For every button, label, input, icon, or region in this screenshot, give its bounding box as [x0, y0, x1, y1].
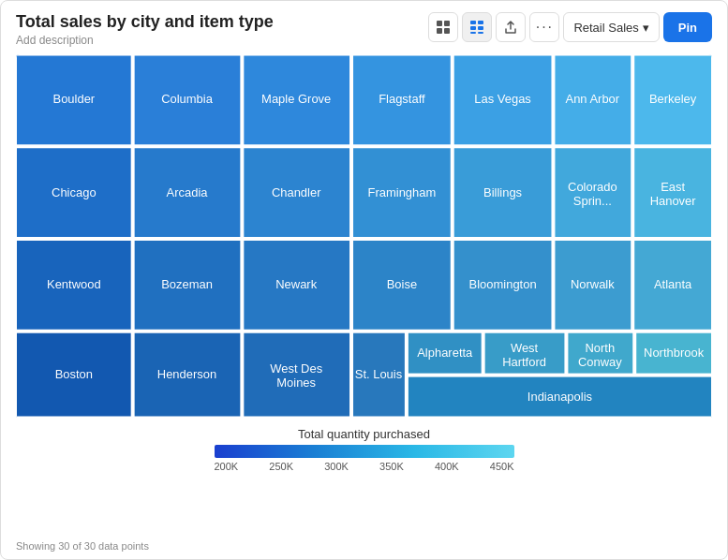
cell-boulder[interactable]: Boulder — [16, 55, 132, 146]
chart-view-button[interactable] — [462, 12, 492, 42]
legend-label-350k: 350K — [379, 461, 404, 472]
retail-sales-button[interactable]: Retail Sales ▾ — [563, 12, 659, 42]
svg-rect-22 — [633, 55, 712, 146]
svg-rect-24 — [16, 147, 132, 238]
cell-east-hanover[interactable]: East Hanover — [633, 147, 712, 238]
legend: Total quantity purchased 200K 250K 300K … — [16, 427, 712, 472]
svg-rect-20 — [554, 55, 631, 146]
svg-rect-8 — [470, 32, 476, 34]
svg-rect-42 — [134, 240, 242, 331]
svg-rect-26 — [134, 147, 242, 238]
svg-rect-4 — [470, 21, 476, 24]
svg-rect-46 — [352, 240, 452, 331]
footer-text: Showing 30 of 30 data points — [16, 540, 149, 552]
title-section: Total sales by city and item type Add de… — [16, 12, 274, 47]
main-container: Total sales by city and item type Add de… — [0, 0, 728, 560]
svg-rect-16 — [352, 55, 452, 146]
svg-rect-73 — [408, 376, 712, 418]
cell-alpharetta[interactable]: Alpharetta — [408, 332, 483, 375]
cell-atlanta[interactable]: Atlanta — [633, 240, 712, 331]
svg-rect-28 — [243, 147, 350, 238]
chevron-down-icon: ▾ — [643, 21, 649, 35]
svg-rect-48 — [453, 240, 553, 331]
svg-rect-63 — [408, 332, 483, 375]
share-button[interactable] — [496, 12, 526, 42]
cell-boise[interactable]: Boise — [352, 240, 452, 331]
legend-label-200k: 200K — [215, 461, 239, 472]
chart-icon — [469, 20, 484, 35]
svg-rect-30 — [352, 147, 452, 238]
cell-norwalk[interactable]: Norwalk — [554, 240, 631, 331]
svg-rect-2 — [437, 28, 442, 34]
page-title: Total sales by city and item type — [16, 12, 274, 32]
toolbar: ··· Retail Sales ▾ Pin — [428, 12, 712, 42]
cell-bozeman[interactable]: Bozeman — [134, 240, 242, 331]
svg-rect-7 — [478, 26, 483, 30]
legend-label-300k: 300K — [324, 461, 349, 472]
svg-rect-3 — [444, 28, 450, 34]
cell-west-hartford[interactable]: West Hartford — [484, 332, 566, 375]
svg-rect-9 — [478, 32, 483, 34]
svg-rect-50 — [554, 240, 631, 331]
svg-rect-44 — [243, 240, 350, 331]
svg-rect-56 — [134, 332, 242, 418]
legend-bar-container — [215, 445, 514, 458]
chart-area: Boulder Columbia Maple Grove Flagstaff L… — [16, 54, 712, 535]
table-icon — [436, 20, 451, 35]
svg-rect-6 — [470, 26, 476, 30]
svg-rect-1 — [444, 21, 450, 26]
cell-berkeley[interactable]: Berkeley — [633, 55, 712, 146]
legend-label-250k: 250K — [269, 461, 293, 472]
retail-sales-label: Retail Sales — [573, 21, 638, 35]
cell-chandler[interactable]: Chandler — [243, 147, 350, 238]
svg-rect-58 — [243, 332, 350, 418]
cell-billings[interactable]: Billings — [453, 147, 553, 238]
legend-labels: 200K 250K 300K 350K 400K 450K — [215, 461, 514, 472]
header: Total sales by city and item type Add de… — [16, 12, 712, 47]
page-subtitle: Add description — [16, 34, 274, 47]
cell-boston[interactable]: Boston — [16, 332, 132, 418]
cell-columbia[interactable]: Columbia — [134, 55, 242, 146]
share-icon — [503, 20, 518, 35]
cell-flagstaff[interactable]: Flagstaff — [352, 55, 452, 146]
footer: Showing 30 of 30 data points — [16, 540, 712, 552]
svg-rect-61 — [352, 332, 406, 418]
table-view-button[interactable] — [428, 12, 458, 42]
svg-rect-12 — [134, 55, 242, 146]
svg-rect-54 — [16, 332, 132, 418]
svg-rect-5 — [478, 21, 483, 24]
svg-rect-34 — [554, 147, 631, 238]
cell-northbrook[interactable]: Northbrook — [635, 332, 712, 375]
cell-west-des-moines[interactable]: West Des Moines — [243, 332, 350, 418]
treemap: Boulder Columbia Maple Grove Flagstaff L… — [16, 54, 712, 420]
svg-rect-68 — [567, 332, 633, 375]
svg-rect-10 — [16, 55, 132, 146]
cell-framingham[interactable]: Framingham — [352, 147, 452, 238]
cell-chicago[interactable]: Chicago — [16, 147, 132, 238]
cell-henderson[interactable]: Henderson — [134, 332, 242, 418]
more-icon: ··· — [536, 19, 554, 36]
cell-maple-grove[interactable]: Maple Grove — [243, 55, 350, 146]
cell-ann-arbor[interactable]: Ann Arbor — [554, 55, 631, 146]
cell-bloomington[interactable]: Bloomington — [453, 240, 553, 331]
cell-st-louis[interactable]: St. Louis — [352, 332, 406, 418]
svg-rect-0 — [437, 21, 442, 26]
svg-rect-14 — [243, 55, 350, 146]
legend-label-450k: 450K — [490, 461, 514, 472]
cell-kentwood[interactable]: Kentwood — [16, 240, 132, 331]
cell-arcadia[interactable]: Arcadia — [134, 147, 242, 238]
svg-rect-18 — [453, 55, 553, 146]
svg-rect-71 — [635, 332, 712, 375]
svg-rect-37 — [633, 147, 712, 238]
cell-newark[interactable]: Newark — [243, 240, 350, 331]
legend-label-400k: 400K — [435, 461, 459, 472]
cell-colorado-springs[interactable]: Colorado Sprin... — [554, 147, 631, 238]
svg-rect-32 — [453, 147, 553, 238]
cell-indianapolis[interactable]: Indianapolis — [408, 376, 712, 418]
cell-las-vegas[interactable]: Las Vegas — [453, 55, 553, 146]
more-options-button[interactable]: ··· — [529, 12, 559, 42]
cell-north-conway[interactable]: North Conway — [567, 332, 633, 375]
svg-rect-40 — [16, 240, 132, 331]
svg-rect-52 — [633, 240, 712, 331]
pin-button[interactable]: Pin — [663, 12, 712, 42]
